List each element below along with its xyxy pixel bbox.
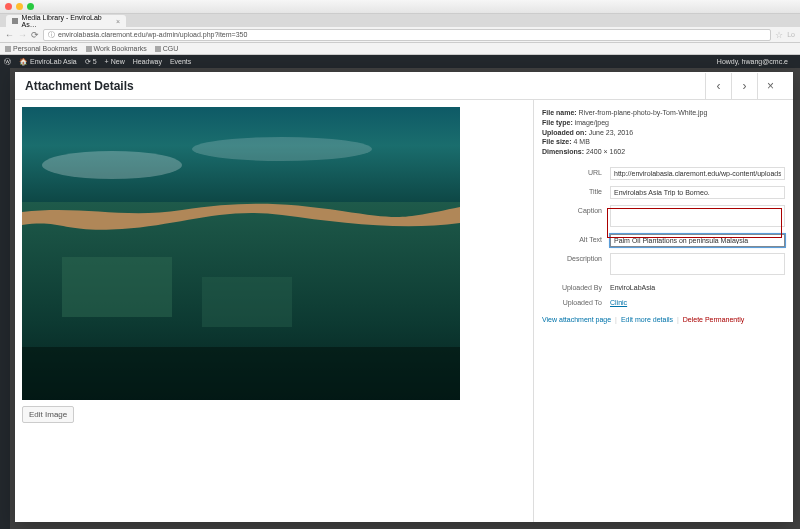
- close-tab-icon[interactable]: ×: [116, 18, 120, 25]
- tab-title: Media Library - EnviroLab As…: [22, 14, 112, 28]
- maximize-window-icon[interactable]: [27, 3, 34, 10]
- info-dimensions: Dimensions: 2400 × 1602: [542, 147, 785, 157]
- wp-admin-sidebar[interactable]: [0, 68, 10, 529]
- media-preview-column: Edit Image: [15, 100, 533, 522]
- reload-icon[interactable]: ⟳: [31, 30, 39, 40]
- wp-admin-bar: ⓦ 🏠 EnviroLab Asia ⟳ 5 + New Headway Eve…: [0, 55, 800, 68]
- prev-attachment-button[interactable]: ‹: [705, 73, 731, 99]
- minimize-window-icon[interactable]: [16, 3, 23, 10]
- bookmark-item[interactable]: CGU: [155, 45, 179, 52]
- address-bar[interactable]: ⓘ envirolabasia.claremont.edu/wp-admin/u…: [43, 29, 771, 41]
- back-icon[interactable]: ←: [5, 30, 14, 40]
- page-icon: [12, 18, 18, 24]
- close-modal-button[interactable]: ×: [757, 73, 783, 99]
- svg-rect-6: [22, 347, 460, 400]
- attachment-details-modal: Attachment Details ‹ › ×: [15, 72, 793, 522]
- field-uploaded-to: Uploaded To Clinic: [542, 297, 785, 306]
- close-window-icon[interactable]: [5, 3, 12, 10]
- new-content[interactable]: + New: [105, 58, 125, 65]
- url-input[interactable]: [610, 167, 785, 180]
- delete-permanently-link[interactable]: Delete Permanently: [683, 316, 744, 323]
- caption-textarea[interactable]: [610, 205, 785, 227]
- field-url: URL: [542, 167, 785, 180]
- field-description: Description: [542, 253, 785, 276]
- forward-icon[interactable]: →: [18, 30, 27, 40]
- field-alt-text: Alt Text: [542, 234, 785, 247]
- uploaded-by-value: EnviroLabAsia: [610, 282, 785, 291]
- bookmark-item[interactable]: Work Bookmarks: [86, 45, 147, 52]
- site-info-icon[interactable]: ⓘ: [48, 30, 55, 40]
- folder-icon: [86, 46, 92, 52]
- modal-title: Attachment Details: [25, 79, 134, 93]
- view-attachment-link[interactable]: View attachment page: [542, 316, 611, 323]
- attachment-image: [22, 107, 460, 400]
- svg-rect-5: [202, 277, 292, 327]
- bookmark-item[interactable]: Personal Bookmarks: [5, 45, 78, 52]
- svg-rect-4: [62, 257, 172, 317]
- uploaded-to-link[interactable]: Clinic: [610, 299, 627, 306]
- site-name[interactable]: 🏠 EnviroLab Asia: [19, 58, 77, 66]
- bookmarks-bar: Personal Bookmarks Work Bookmarks CGU: [0, 43, 800, 55]
- edit-image-button[interactable]: Edit Image: [22, 406, 74, 423]
- edit-more-details-link[interactable]: Edit more details: [621, 316, 673, 323]
- updates-icon[interactable]: ⟳ 5: [85, 58, 97, 66]
- alt-text-input[interactable]: [610, 234, 785, 247]
- folder-icon: [5, 46, 11, 52]
- folder-icon: [155, 46, 161, 52]
- events-link[interactable]: Events: [170, 58, 191, 65]
- info-filename: File name: River-from-plane-photo-by-Tom…: [542, 108, 785, 118]
- headway-link[interactable]: Headway: [133, 58, 162, 65]
- truncated-right: Lo: [787, 31, 795, 38]
- description-textarea[interactable]: [610, 253, 785, 275]
- info-uploaded: Uploaded on: June 23, 2016: [542, 128, 785, 138]
- attachment-meta-column: File name: River-from-plane-photo-by-Tom…: [533, 100, 793, 522]
- svg-point-2: [42, 151, 182, 179]
- field-title: Title: [542, 186, 785, 199]
- field-caption: Caption: [542, 205, 785, 228]
- wp-logo-icon[interactable]: ⓦ: [4, 57, 11, 67]
- mac-titlebar: [0, 0, 800, 14]
- url-text: envirolabasia.claremont.edu/wp-admin/upl…: [58, 31, 247, 38]
- modal-header: Attachment Details ‹ › ×: [15, 72, 793, 100]
- info-filesize: File size: 4 MB: [542, 137, 785, 147]
- browser-tab[interactable]: Media Library - EnviroLab As… ×: [6, 15, 126, 27]
- howdy-user[interactable]: Howdy, hwang@cmc.e: [717, 58, 788, 65]
- browser-tabs: Media Library - EnviroLab As… ×: [0, 14, 800, 27]
- field-uploaded-by: Uploaded By EnviroLabAsia: [542, 282, 785, 291]
- star-icon[interactable]: ☆: [775, 30, 783, 40]
- svg-point-3: [192, 137, 372, 161]
- browser-toolbar: ← → ⟳ ⓘ envirolabasia.claremont.edu/wp-a…: [0, 27, 800, 43]
- title-input[interactable]: [610, 186, 785, 199]
- next-attachment-button[interactable]: ›: [731, 73, 757, 99]
- info-filetype: File type: image/jpeg: [542, 118, 785, 128]
- attachment-actions: View attachment page | Edit more details…: [542, 316, 785, 323]
